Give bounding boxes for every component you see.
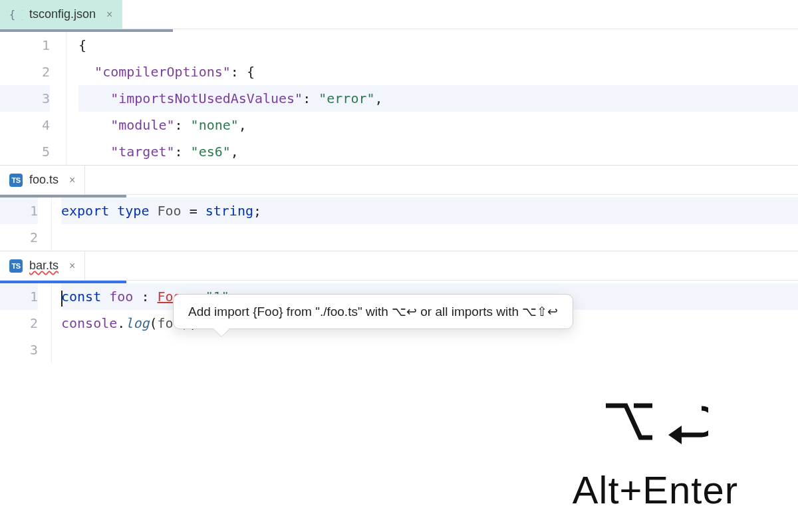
code-area-foo[interactable]: 1 2 export type Foo = string; [0,198,798,251]
line-number: 1 [0,32,50,59]
code-content[interactable]: { "compilerOptions": { "importsNotUsedAs… [66,32,798,165]
svg-text:{ }: { } [9,9,23,21]
close-icon[interactable]: × [69,174,75,186]
line-number: 4 [0,112,50,138]
code-line: "compilerOptions": { [78,59,798,85]
code-line [61,224,798,251]
shortcut-symbols [573,396,738,456]
code-line: "importsNotUsedAsValues": "error", [78,85,798,112]
quickfix-tooltip[interactable]: Add import {Foo} from "./foo.ts" with ⌥↩… [173,294,573,329]
typescript-icon: TS [9,259,23,273]
shortcut-label: Alt+Enter [573,467,738,512]
shortcut-hint-graphic: Alt+Enter [573,396,738,512]
tab-label: bar.ts [29,259,59,273]
tab-bar: { } tsconfig.json × [0,0,798,29]
line-number: 1 [0,283,38,310]
line-number: 2 [0,224,38,251]
code-content[interactable]: export type Foo = string; [52,198,798,251]
tab-bar: TS bar.ts × [0,251,798,281]
line-number: 5 [0,138,50,165]
typescript-icon: TS [9,174,23,187]
line-number: 3 [0,85,50,112]
tab-tsconfig[interactable]: { } tsconfig.json × [0,0,122,29]
line-number: 3 [0,336,38,363]
close-icon[interactable]: × [69,260,75,272]
gutter: 1 2 [0,198,52,251]
editor-pane-foo: TS foo.ts × 1 2 export type Foo = string… [0,166,798,251]
text-cursor [61,291,63,307]
gutter: 1 2 3 4 5 [0,32,66,165]
code-line: "target": "es6", [78,138,798,165]
tooltip-text: or all imports with [417,305,522,319]
line-number: 1 [0,198,38,224]
keyboard-shortcut: ⌥⇧↩ [522,305,558,319]
tab-foo[interactable]: TS foo.ts × [0,166,85,194]
code-line [61,336,798,363]
tooltip-text: Add import {Foo} from "./foo.ts" with [188,305,392,319]
close-icon[interactable]: × [106,9,112,21]
code-area-tsconfig[interactable]: 1 2 3 4 5 { "compilerOptions": { "import… [0,32,798,165]
gutter: 1 2 3 [0,283,52,363]
code-line: "module": "none", [78,112,798,138]
tab-bar-ts[interactable]: TS bar.ts × [0,251,85,280]
json-icon: { } [9,8,23,21]
keyboard-shortcut: ⌥↩ [392,305,417,319]
tab-label: foo.ts [29,173,59,187]
line-number: 2 [0,59,50,85]
editor-pane-tsconfig: { } tsconfig.json × 1 2 3 4 5 { "compile… [0,0,798,166]
line-number: 2 [0,310,38,336]
tab-label: tsconfig.json [29,7,96,21]
tab-bar: TS foo.ts × [0,166,798,195]
code-line: export type Foo = string; [61,198,798,224]
code-line: { [78,32,798,59]
